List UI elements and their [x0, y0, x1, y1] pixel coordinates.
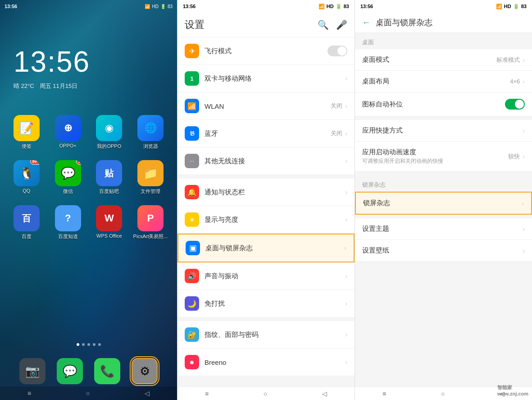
- desktop-section-label: 桌面: [355, 33, 532, 49]
- detail-item-app-shortcut[interactable]: 应用快捷方式 ›: [355, 120, 532, 142]
- detail-item-set-wallpaper[interactable]: 设置壁纸 ›: [355, 240, 532, 262]
- dualcard-icon: 1: [185, 71, 199, 86]
- app-anim-arrow: ›: [523, 153, 525, 160]
- icon-auto-toggle[interactable]: [505, 99, 525, 110]
- zhidao-label: 百度知道: [58, 233, 78, 240]
- detail-panel: 13:56 📶 HD 🔋 83 ← 桌面与锁屏杂志 桌面 桌面模式 标准模式 ›: [355, 0, 532, 400]
- dnd-arrow: ›: [345, 300, 347, 307]
- nav-back[interactable]: ◁: [145, 390, 150, 397]
- qq-label: QQ: [23, 188, 30, 193]
- nav-home[interactable]: ○: [86, 390, 90, 397]
- detail-time: 13:56: [360, 4, 373, 9]
- app-anim-text: 应用启动动画速度 可调整应用开启和关闭动画的快慢: [362, 148, 508, 165]
- app-anim-label: 应用启动动画速度: [362, 148, 508, 156]
- detail-item-icon-auto[interactable]: 图标自动补位: [355, 92, 532, 116]
- app-oppoplus[interactable]: ⊕ OPPO+: [50, 115, 86, 150]
- dock-phone[interactable]: 📞: [94, 358, 120, 384]
- app-browser[interactable]: 🌐 浏览器: [132, 115, 169, 150]
- watermark-line2: www.znj.com: [497, 391, 528, 396]
- app-wechat[interactable]: 💬 1 微信: [50, 160, 86, 195]
- set-theme-arrow: ›: [523, 225, 525, 233]
- lock-section-label: 锁屏杂志: [355, 175, 532, 192]
- wlan-arrow: ›: [345, 102, 347, 110]
- dot-3[interactable]: [87, 343, 90, 346]
- app-filemanager[interactable]: 📁 文件管理: [132, 160, 169, 195]
- app-baidu-zhidao[interactable]: ? 百度知道: [50, 205, 86, 240]
- detail-nav-menu[interactable]: ≡: [382, 390, 386, 397]
- nav-menu[interactable]: ≡: [27, 390, 31, 397]
- bluetooth-value: 关闭: [331, 129, 342, 138]
- sound-icon: 🔊: [185, 269, 199, 283]
- dot-2[interactable]: [82, 343, 85, 346]
- airplane-toggle[interactable]: [327, 46, 347, 56]
- breeno-icon: ●: [185, 355, 199, 369]
- baidu-icon: 百: [22, 212, 31, 225]
- oppoplus-label: OPPO+: [59, 143, 77, 148]
- dualcard-arrow: ›: [345, 75, 347, 82]
- wlan-label: WLAN: [205, 102, 331, 110]
- dock-settings[interactable]: ⚙: [132, 358, 158, 384]
- icon-auto-text: 图标自动补位: [362, 100, 505, 109]
- dot-1[interactable]: [77, 343, 79, 346]
- airplane-label: 飞行模式: [205, 47, 327, 55]
- settings-item-fingerprint[interactable]: 🔐 指纹、面部与密码 ›: [177, 321, 355, 349]
- settings-nav-menu[interactable]: ≡: [205, 390, 209, 397]
- phone-nav-bar: ≡ ○ ◁: [0, 386, 177, 400]
- settings-item-wlan[interactable]: 📶 WLAN 关闭 ›: [177, 92, 355, 120]
- app-sticky[interactable]: 📝 便签: [8, 115, 45, 150]
- detail-nav-home[interactable]: ○: [441, 390, 445, 397]
- browser-label: 浏览器: [143, 143, 158, 150]
- detail-item-desktop-mode[interactable]: 桌面模式 标准模式 ›: [355, 49, 532, 71]
- sound-label: 声音与振动: [205, 272, 345, 280]
- settings-item-otherwireless[interactable]: ··· 其他无线连接 ›: [177, 147, 355, 175]
- settings-item-dnd[interactable]: 🌙 免打扰 ›: [177, 290, 355, 317]
- dot-4[interactable]: [93, 343, 95, 346]
- app-picsart[interactable]: P PicsArt美易照...: [132, 205, 169, 240]
- settings-item-airplane[interactable]: ✈ 飞行模式: [177, 37, 355, 65]
- breeno-label: Breeno: [205, 359, 345, 366]
- dock-messages[interactable]: 💬: [57, 358, 83, 384]
- notification-arrow: ›: [345, 189, 347, 196]
- phone-status-right: 📶 HD 🔋 83: [145, 4, 173, 9]
- app-myoppo[interactable]: ◉ 我的OPPO: [91, 115, 128, 150]
- baidu-label: 百度: [22, 233, 32, 240]
- desktop-layout-label: 桌面布局: [362, 77, 510, 86]
- settings-item-sound[interactable]: 🔊 声音与振动 ›: [177, 262, 355, 290]
- settings-nav-back[interactable]: ◁: [322, 390, 327, 397]
- detail-item-desktop-layout[interactable]: 桌面布局 4×6 ›: [355, 71, 532, 92]
- settings-item-notification[interactable]: 🔔 通知与状态栏 ›: [177, 179, 355, 206]
- app-qq[interactable]: 🐧 99+ QQ: [8, 160, 45, 195]
- settings-item-display[interactable]: ☀ 显示与亮度 ›: [177, 206, 355, 234]
- detail-item-set-theme[interactable]: 设置主题 ›: [355, 218, 532, 240]
- settings-item-dualcard[interactable]: 1 双卡与移动网络 ›: [177, 65, 355, 92]
- settings-nav-bar: ≡ ○ ◁: [177, 386, 355, 400]
- app-wps[interactable]: W WPS Office: [91, 205, 128, 240]
- settings-item-bluetooth[interactable]: 𝔅 蓝牙 关闭 ›: [177, 120, 355, 147]
- filemanager-icon: 📁: [143, 166, 158, 180]
- settings-nav-home[interactable]: ○: [264, 390, 267, 397]
- settings-battery-icon: 🔋: [336, 4, 342, 9]
- settings-item-desktop[interactable]: ▣ 桌面与锁屏杂志 ›: [177, 234, 355, 262]
- app-baidu-tieba[interactable]: 贴 百度贴吧: [91, 160, 128, 195]
- settings-item-breeno[interactable]: ● Breeno ›: [177, 349, 355, 376]
- back-button[interactable]: ←: [362, 18, 370, 28]
- notification-label: 通知与状态栏: [205, 188, 345, 197]
- dock-camera[interactable]: 📷: [19, 358, 45, 384]
- detail-item-app-anim[interactable]: 应用启动动画速度 可调整应用开启和关闭动画的快慢 较快 ›: [355, 142, 532, 172]
- lockscreen-arrow: ›: [522, 200, 524, 207]
- search-icon[interactable]: 🔍: [318, 19, 329, 30]
- detail-header: ← 桌面与锁屏杂志: [355, 13, 532, 33]
- settings-panel: 13:56 📶 HD 🔋 83 设置 🔍 🎤 ✈ 飞行模式: [177, 0, 355, 400]
- dnd-icon: 🌙: [185, 296, 199, 311]
- voice-icon[interactable]: 🎤: [336, 19, 347, 30]
- app-baidu[interactable]: 百 百度: [8, 205, 45, 240]
- detail-title: 桌面与锁屏杂志: [376, 17, 432, 28]
- fingerprint-arrow: ›: [345, 331, 347, 338]
- lock-section: 锁屏杂志 ›: [355, 192, 532, 215]
- detail-item-lockscreen-mag[interactable]: 锁屏杂志 ›: [355, 192, 532, 215]
- dot-5[interactable]: [98, 343, 101, 346]
- detail-hd: HD: [504, 4, 511, 9]
- app-row-1: 📝 便签 ⊕ OPPO+ ◉ 我的OPPO 🌐 浏览器: [0, 115, 177, 150]
- oppoplus-icon: ⊕: [64, 122, 72, 134]
- wechat-icon: 💬: [61, 166, 75, 180]
